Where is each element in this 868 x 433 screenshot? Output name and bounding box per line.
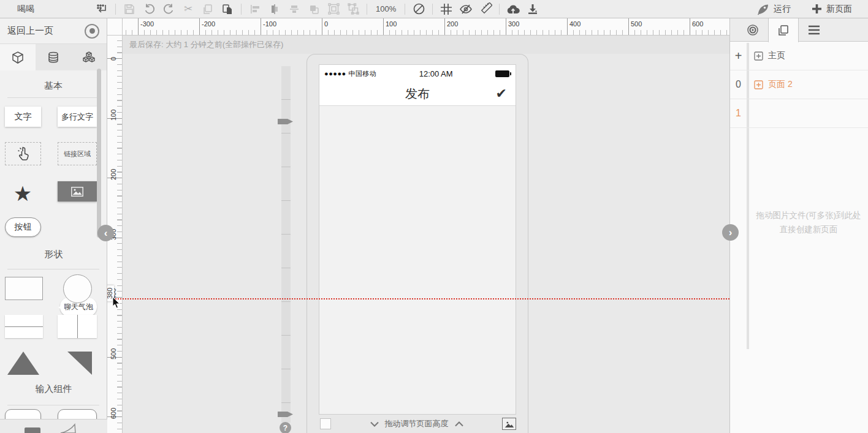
- page-row[interactable]: + 主页: [730, 42, 868, 70]
- back-to-previous-page-link[interactable]: 返回上一页: [7, 25, 53, 37]
- hamburger-menu-icon: [808, 25, 820, 35]
- chevron-up-icon[interactable]: [455, 421, 463, 427]
- component-button[interactable]: 按钮: [5, 217, 41, 237]
- mouse-cursor: [112, 296, 121, 309]
- page-height-bar: 拖动调节页面高度: [307, 415, 528, 433]
- tap-hand-icon: [17, 146, 30, 161]
- status-bar: ●●●●● 中国移动 12:00 AM: [319, 65, 516, 82]
- cut-icon[interactable]: ✂: [178, 0, 198, 18]
- star-icon: ★: [13, 183, 32, 204]
- group-icon[interactable]: [324, 0, 343, 18]
- page-image-button[interactable]: [502, 418, 516, 430]
- run-label: 运行: [774, 4, 791, 15]
- shape-right-triangle[interactable]: [66, 350, 93, 376]
- toolbar-separator: [405, 4, 405, 15]
- distribute-horizontal-icon[interactable]: [284, 0, 304, 18]
- slider-handle-bottom[interactable]: [277, 409, 294, 420]
- page-index: 0: [730, 79, 747, 90]
- slider-handle-top[interactable]: [277, 116, 294, 127]
- sidebar-tabs: [0, 44, 107, 70]
- collapse-right-panel-button[interactable]: ›: [722, 224, 739, 241]
- page-row[interactable]: 1: [730, 99, 868, 128]
- app-title: 喝喝: [17, 4, 34, 15]
- divider: [7, 97, 99, 98]
- phone-screen[interactable]: ●●●●● 中国移动 12:00 AM 发布 ✔: [319, 64, 516, 415]
- drop-hint-line1: 拖动图片文件(可多张)到此处: [748, 208, 868, 222]
- tab-menu[interactable]: [799, 18, 829, 42]
- check-icon[interactable]: ✔: [496, 86, 507, 102]
- partial-component-shape: [60, 423, 76, 433]
- chevron-down-icon[interactable]: [370, 421, 379, 427]
- rotate-disabled-icon[interactable]: [409, 0, 428, 18]
- components-panel-toggle-icon[interactable]: [92, 0, 112, 18]
- chevron-right-icon: ›: [729, 227, 733, 239]
- component-image[interactable]: [58, 181, 97, 201]
- phone-mockup[interactable]: ●●●●● 中国移动 12:00 AM 发布 ✔ 拖动调节页面高度: [306, 54, 528, 433]
- shape-horizontal-line[interactable]: [5, 315, 43, 338]
- image-icon: [504, 420, 514, 428]
- align-left-icon[interactable]: [245, 0, 265, 18]
- component-multiline-text[interactable]: 多行文字: [58, 107, 97, 127]
- layers-icon[interactable]: [304, 0, 324, 18]
- canvas-area[interactable]: 最后保存: 大约 1 分钟之前(全部操作已保存) ●●●●● 中国移动 12:0…: [107, 18, 729, 433]
- partial-component-shape: [25, 427, 40, 433]
- component-text[interactable]: 文字: [5, 107, 41, 127]
- carrier-label: ●●●●● 中国移动: [324, 69, 376, 78]
- component-hotspot[interactable]: [5, 142, 41, 165]
- horizontal-ruler[interactable]: -300-200-1000100200300400500600: [123, 18, 729, 36]
- add-page-button[interactable]: +: [730, 49, 747, 63]
- redo-icon[interactable]: [159, 0, 178, 18]
- target-icon[interactable]: [85, 24, 99, 39]
- page-row[interactable]: 0 页面 2: [730, 70, 868, 99]
- tab-target[interactable]: [737, 18, 768, 42]
- copy-icon[interactable]: [198, 0, 218, 18]
- tab-basic-components[interactable]: [0, 44, 36, 70]
- image-icon: [71, 187, 83, 197]
- align-center-vertical-icon[interactable]: [265, 0, 284, 18]
- sidebar-scrollbar[interactable]: [97, 69, 101, 238]
- tab-pages[interactable]: [768, 18, 799, 42]
- help-glyph: ?: [283, 424, 287, 432]
- page-item-home[interactable]: 主页: [754, 50, 785, 61]
- save-status-bar: 最后保存: 大约 1 分钟之前(全部操作已保存): [123, 36, 729, 54]
- tab-data-components[interactable]: [36, 44, 71, 70]
- grid-icon[interactable]: [436, 0, 456, 18]
- bullseye-icon: [747, 24, 759, 36]
- tab-block-library[interactable]: [71, 44, 107, 70]
- right-triangle-icon: [67, 352, 92, 375]
- download-icon[interactable]: [523, 0, 542, 18]
- help-button[interactable]: ?: [280, 422, 291, 433]
- shape-circle[interactable]: [63, 274, 92, 303]
- zoom-level[interactable]: 100%: [371, 4, 401, 13]
- guide-line[interactable]: [113, 298, 729, 299]
- page-item-page2[interactable]: 页面 2: [754, 79, 793, 90]
- line-glyph: [77, 315, 78, 338]
- component-link-area[interactable]: 链接区域: [58, 142, 97, 165]
- page-option-checkbox[interactable]: [320, 418, 331, 429]
- cube-icon: [11, 51, 25, 64]
- page-plus-icon: [754, 80, 763, 89]
- ungroup-icon[interactable]: [343, 0, 363, 18]
- component-star[interactable]: ★: [9, 180, 36, 207]
- database-icon: [47, 51, 60, 64]
- ruler-icon[interactable]: [476, 0, 495, 18]
- page-content[interactable]: [319, 106, 516, 414]
- section-basic-title: 基本: [0, 80, 107, 92]
- hide-layers-icon[interactable]: [456, 0, 476, 18]
- status-time: 12:00 AM: [376, 69, 495, 78]
- save-icon[interactable]: [120, 0, 139, 18]
- drop-image-hint: 拖动图片文件(可多张)到此处 直接创建新页面: [748, 208, 868, 236]
- paste-icon[interactable]: [218, 0, 237, 18]
- right-panel-tabs: [730, 18, 868, 42]
- new-page-button[interactable]: 新页面: [812, 4, 852, 15]
- cloud-upload-icon[interactable]: [503, 0, 523, 18]
- page-label: 页面 2: [768, 79, 793, 90]
- undo-icon[interactable]: [139, 0, 159, 18]
- shape-triangle[interactable]: [7, 350, 39, 376]
- shape-vertical-divider[interactable]: [58, 315, 97, 338]
- run-button[interactable]: 运行: [757, 3, 791, 15]
- shape-rectangle[interactable]: [5, 277, 43, 300]
- collapse-sidebar-button[interactable]: ‹: [97, 225, 114, 241]
- drag-height-label[interactable]: 拖动调节页面高度: [385, 418, 449, 429]
- toolbar-separator: [115, 4, 116, 15]
